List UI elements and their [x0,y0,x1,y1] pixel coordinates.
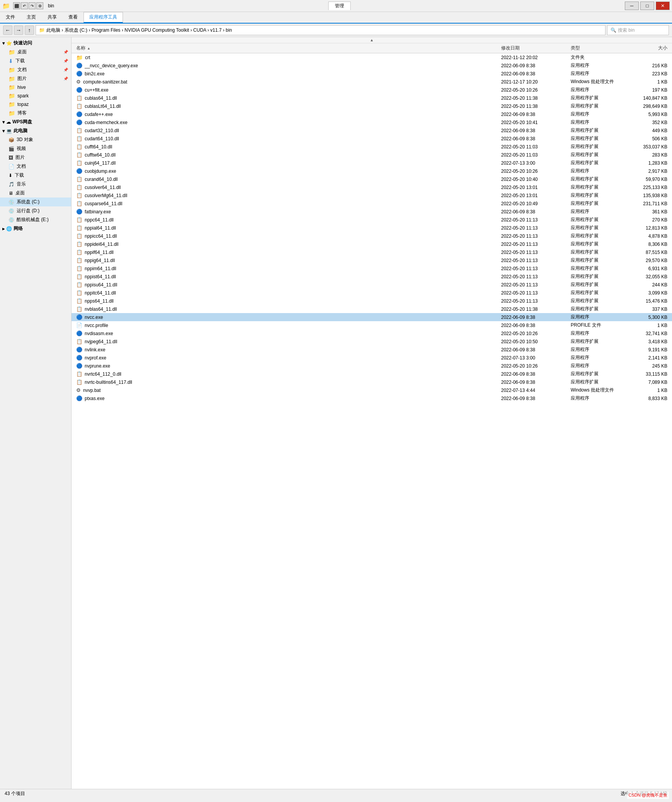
file-row[interactable]: 📋 cudart32_110.dll 2022-06-09 8:38 应用程序扩… [72,126,672,135]
tab-view[interactable]: 查看 [63,12,84,23]
file-row[interactable]: 🔵 cuda-memcheck.exe 2022-05-20 10:41 应用程… [72,118,672,126]
tab-file[interactable]: 文件 [0,12,21,23]
header-date[interactable]: 修改日期 [501,45,571,51]
file-row[interactable]: 📋 nvrtc64_112_0.dll 2022-06-09 8:38 应用程序… [72,370,672,378]
file-row[interactable]: 🔵 fatbinary.exe 2022-06-09 8:38 应用程序 361… [72,208,672,216]
file-row[interactable]: 📋 nvblas64_11.dll 2022-05-20 11:38 应用程序扩… [72,305,672,313]
file-row[interactable]: 🔵 bin2c.exe 2022-06-09 8:38 应用程序 223 KB [72,70,672,78]
file-row[interactable]: 🔵 ptxas.exe 2022-06-09 8:38 应用程序 8,833 K… [72,394,672,402]
file-row[interactable]: 📋 cudart64_110.dll 2022-06-09 8:38 应用程序扩… [72,135,672,143]
file-row[interactable]: 📋 cuinj64_117.dll 2022-07-13 3:00 应用程序扩展… [72,159,672,167]
tab-app-tools[interactable]: 应用程序工具 [84,12,123,23]
sidebar-item-hive[interactable]: 📁 hive [0,83,71,92]
file-row[interactable]: 📋 nppitc64_11.dll 2022-05-20 11:13 应用程序扩… [72,289,672,297]
header-size[interactable]: 大小 [629,45,667,51]
file-row[interactable]: 📋 cufft64_10.dll 2022-05-20 11:03 应用程序扩展… [72,143,672,151]
folder-icon: 📁 [9,84,15,90]
address-path[interactable]: 📁 此电脑 › 系统盘 (C:) › Program Files › NVIDI… [36,25,605,35]
file-row[interactable]: 🔵 nvcc.exe 2022-06-09 8:38 应用程序 5,300 KB [72,313,672,321]
file-row[interactable]: 📋 nppif64_11.dll 2022-05-20 11:13 应用程序扩展… [72,248,672,256]
file-row[interactable]: 📋 nvjpeg64_11.dll 2022-05-20 10:50 应用程序扩… [72,337,672,346]
search-box[interactable]: 🔍 搜索 bin [607,25,669,35]
file-row[interactable]: 📋 nppc64_11.dll 2022-05-20 11:13 应用程序扩展 … [72,216,672,224]
wps-header[interactable]: ▾ ☁ WPS网盘 [0,117,71,126]
sidebar-item-c-drive[interactable]: 💿 系统盘 (C:) [0,198,71,206]
dll-file-icon: 📋 [76,176,82,182]
file-row[interactable]: 🔵 nvdisasm.exe 2022-05-20 10:26 应用程序 32,… [72,329,672,337]
sidebar-item-3d-objects[interactable]: 📦 3D 对象 [0,135,71,144]
maximize-btn[interactable]: □ [640,2,654,10]
drive-c-icon: 💿 [9,199,14,205]
sidebar-item-documents-pc[interactable]: 📄 文档 [0,162,71,171]
file-row[interactable]: 📋 cublasLt64_11.dll 2022-05-20 11:38 应用程… [72,102,672,110]
tab-share[interactable]: 共享 [42,12,63,23]
sidebar-item-spark[interactable]: 📁 spark [0,92,71,100]
sidebar-item-e-drive[interactable]: 💿 酷狼机械盘 (E:) [0,215,71,224]
sidebar-item-label: 酷狼机械盘 (E:) [17,216,49,223]
file-row[interactable]: 🔵 nvprof.exe 2022-07-13 3:00 应用程序 2,141 … [72,354,672,362]
quick-access-btn[interactable]: ⬛ [13,2,20,9]
file-row[interactable]: 📋 cusolverMg64_11.dll 2022-05-20 13:01 应… [72,191,672,199]
sidebar-item-desktop-pc[interactable]: 🖥 桌面 [0,189,71,198]
sort-arrow-name: ▲ [87,46,90,50]
file-row[interactable]: 🔵 nvlink.exe 2022-06-09 8:38 应用程序 9,191 … [72,346,672,354]
file-row[interactable]: 🔵 cudafe++.exe 2022-06-09 8:38 应用程序 5,99… [72,110,672,118]
sidebar-item-blog[interactable]: 📁 博客 [0,109,71,117]
file-row[interactable]: ⚙ nvvp.bat 2022-07-13 4:44 Windows 批处理文件… [72,386,672,394]
undo-btn[interactable]: ↶ [21,2,28,9]
file-row[interactable]: 📋 nppim64_11.dll 2022-05-20 11:13 应用程序扩展… [72,264,672,272]
file-row[interactable]: 📋 nppig64_11.dll 2022-05-20 11:13 应用程序扩展… [72,256,672,264]
chevron-right-icon: ▾ [2,119,5,125]
tab-home[interactable]: 主页 [21,12,42,23]
sidebar-item-desktop[interactable]: 📁 桌面 📌 [0,48,71,56]
close-btn[interactable]: ✕ [656,2,670,10]
forward-btn[interactable]: → [14,26,23,35]
file-row[interactable]: 🔵 __nvcc_device_query.exe 2022-06-09 8:3… [72,61,672,70]
file-row[interactable]: 🔵 cu++filt.exe 2022-05-20 10:26 应用程序 197… [72,86,672,94]
file-row[interactable]: 📋 nppidei64_11.dll 2022-05-20 11:13 应用程序… [72,240,672,248]
file-row[interactable]: 📋 cusolver64_11.dll 2022-05-20 13:01 应用程… [72,183,672,191]
quick-access-header[interactable]: ▾ ⭐ 快速访问 [0,39,71,48]
file-row[interactable]: ⚙ compute-sanitizer.bat 2021-12-17 10:20… [72,78,672,86]
file-type: 应用程序扩展 [571,127,629,134]
sidebar-item-d-drive[interactable]: 💿 运行盘 (D:) [0,206,71,215]
redo-btn[interactable]: ↷ [29,2,36,9]
sidebar-item-topaz[interactable]: 📁 topaz [0,100,71,109]
minimize-btn[interactable]: ─ [625,2,639,10]
file-row[interactable]: 📋 npps64_11.dll 2022-05-20 11:13 应用程序扩展 … [72,297,672,305]
dll-file-icon: 📋 [76,274,82,279]
back-btn[interactable]: ← [3,26,12,35]
file-row[interactable]: 🔵 cuobjdump.exe 2022-05-20 10:26 应用程序 2,… [72,167,672,175]
file-name: nvjpeg64_11.dll [85,339,117,344]
file-row[interactable]: 📋 cusparse64_11.dll 2022-05-20 10:49 应用程… [72,199,672,208]
sidebar-item-downloads[interactable]: ⬇ 下载 📌 [0,56,71,65]
sidebar-item-pictures-pc[interactable]: 🖼 图片 [0,153,71,162]
file-row[interactable]: 📋 nppicc64_11.dll 2022-05-20 11:13 应用程序扩… [72,232,672,240]
file-row[interactable]: 🔵 nvprune.exe 2022-05-20 10:26 应用程序 245 … [72,362,672,370]
file-row[interactable]: 📄 nvcc.profile 2022-06-09 8:38 PROFILE 文… [72,321,672,329]
up-btn[interactable]: ↑ [25,26,34,35]
header-name[interactable]: 名称 ▲ [76,45,501,51]
exe-file-icon: 🔵 [76,87,82,93]
file-row[interactable]: 📁 crt 2022-11-12 20:02 文件夹 [72,53,672,61]
network-header[interactable]: ▸ 🌐 网络 [0,224,71,233]
sidebar-item-pictures[interactable]: 📁 图片 📌 [0,74,71,83]
sidebar-item-video[interactable]: 🎬 视频 [0,144,71,153]
file-row[interactable]: 📋 cufftw64_10.dll 2022-05-20 11:03 应用程序扩… [72,151,672,159]
properties-btn[interactable]: ⚙ [36,2,43,9]
3d-icon: 📦 [9,137,14,143]
file-name: cuinj64_117.dll [85,160,116,166]
header-type[interactable]: 类型 [571,45,629,51]
file-row[interactable]: 📋 nppisu64_11.dll 2022-05-20 11:13 应用程序扩… [72,281,672,289]
file-row[interactable]: 📋 nppial64_11.dll 2022-05-20 11:13 应用程序扩… [72,224,672,232]
file-row[interactable]: 📋 nvrtc-builtins64_117.dll 2022-06-09 8:… [72,378,672,386]
sidebar-item-music[interactable]: 🎵 音乐 [0,180,71,189]
file-row[interactable]: 📋 curand64_10.dll 2022-05-20 10:40 应用程序扩… [72,175,672,183]
sidebar-item-downloads-pc[interactable]: ⬇ 下载 [0,171,71,180]
file-date: 2022-07-13 3:00 [501,160,571,166]
file-row[interactable]: 📋 cublas64_11.dll 2022-05-20 11:38 应用程序扩… [72,94,672,102]
file-row[interactable]: 📋 nppist64_11.dll 2022-05-20 11:13 应用程序扩… [72,272,672,281]
sidebar-item-documents[interactable]: 📁 文档 📌 [0,65,71,74]
this-pc-header[interactable]: ▾ 💻 此电脑 [0,126,71,135]
file-type: 应用程序 [571,168,629,174]
